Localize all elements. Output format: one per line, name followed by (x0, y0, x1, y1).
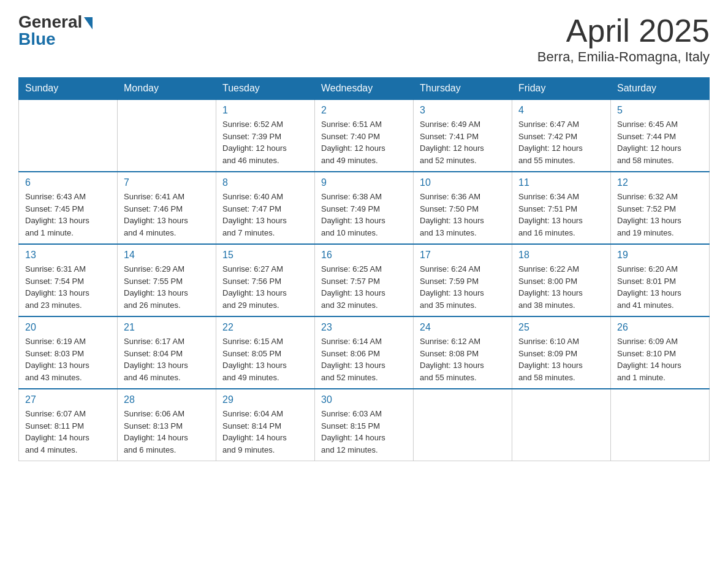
day-info: Sunrise: 6:20 AM Sunset: 8:01 PM Dayligh… (617, 263, 703, 311)
calendar-cell: 6Sunrise: 6:43 AM Sunset: 7:45 PM Daylig… (19, 172, 118, 244)
day-info: Sunrise: 6:38 AM Sunset: 7:49 PM Dayligh… (321, 191, 407, 239)
day-number: 2 (321, 105, 407, 116)
day-info: Sunrise: 6:51 AM Sunset: 7:40 PM Dayligh… (321, 118, 407, 166)
calendar-cell: 12Sunrise: 6:32 AM Sunset: 7:52 PM Dayli… (611, 172, 710, 244)
day-number: 28 (124, 394, 210, 405)
day-info: Sunrise: 6:29 AM Sunset: 7:55 PM Dayligh… (124, 263, 210, 311)
day-info: Sunrise: 6:34 AM Sunset: 7:51 PM Dayligh… (518, 191, 604, 239)
day-number: 14 (124, 250, 210, 261)
logo-triangle-icon (84, 17, 93, 29)
calendar-cell: 9Sunrise: 6:38 AM Sunset: 7:49 PM Daylig… (315, 172, 414, 244)
calendar-cell: 1Sunrise: 6:52 AM Sunset: 7:39 PM Daylig… (216, 99, 315, 172)
day-number: 13 (25, 250, 111, 261)
day-number: 29 (222, 394, 308, 405)
calendar-cell: 23Sunrise: 6:14 AM Sunset: 8:06 PM Dayli… (315, 316, 414, 389)
day-info: Sunrise: 6:43 AM Sunset: 7:45 PM Dayligh… (25, 191, 111, 239)
calendar-cell: 7Sunrise: 6:41 AM Sunset: 7:46 PM Daylig… (118, 172, 216, 244)
calendar-cell: 11Sunrise: 6:34 AM Sunset: 7:51 PM Dayli… (512, 172, 611, 244)
calendar-cell: 16Sunrise: 6:25 AM Sunset: 7:57 PM Dayli… (315, 244, 414, 316)
day-info: Sunrise: 6:10 AM Sunset: 8:09 PM Dayligh… (518, 335, 604, 383)
day-number: 7 (124, 177, 210, 188)
day-info: Sunrise: 6:03 AM Sunset: 8:15 PM Dayligh… (321, 408, 407, 456)
day-info: Sunrise: 6:15 AM Sunset: 8:05 PM Dayligh… (222, 335, 308, 383)
calendar-cell: 15Sunrise: 6:27 AM Sunset: 7:56 PM Dayli… (216, 244, 315, 316)
day-number: 26 (617, 322, 703, 333)
calendar-cell (118, 99, 216, 172)
day-info: Sunrise: 6:27 AM Sunset: 7:56 PM Dayligh… (222, 263, 308, 311)
calendar-week-row: 6Sunrise: 6:43 AM Sunset: 7:45 PM Daylig… (19, 172, 710, 244)
title-section: April 2025 Berra, Emilia-Romagna, Italy (537, 12, 710, 65)
day-info: Sunrise: 6:17 AM Sunset: 8:04 PM Dayligh… (124, 335, 210, 383)
calendar-cell: 14Sunrise: 6:29 AM Sunset: 7:55 PM Dayli… (118, 244, 216, 316)
day-info: Sunrise: 6:52 AM Sunset: 7:39 PM Dayligh… (222, 118, 308, 166)
day-number: 15 (222, 250, 308, 261)
day-number: 27 (25, 394, 111, 405)
location-title: Berra, Emilia-Romagna, Italy (537, 49, 710, 65)
calendar-week-row: 27Sunrise: 6:07 AM Sunset: 8:11 PM Dayli… (19, 389, 710, 461)
day-info: Sunrise: 6:41 AM Sunset: 7:46 PM Dayligh… (124, 191, 210, 239)
day-number: 23 (321, 322, 407, 333)
day-number: 21 (124, 322, 210, 333)
day-number: 24 (420, 322, 506, 333)
calendar-cell: 21Sunrise: 6:17 AM Sunset: 8:04 PM Dayli… (118, 316, 216, 389)
calendar-cell: 4Sunrise: 6:47 AM Sunset: 7:42 PM Daylig… (512, 99, 611, 172)
calendar-cell: 26Sunrise: 6:09 AM Sunset: 8:10 PM Dayli… (611, 316, 710, 389)
day-number: 8 (222, 177, 308, 188)
calendar-cell (414, 389, 512, 461)
calendar-header-row: SundayMondayTuesdayWednesdayThursdayFrid… (19, 78, 710, 100)
day-info: Sunrise: 6:49 AM Sunset: 7:41 PM Dayligh… (420, 118, 506, 166)
day-number: 9 (321, 177, 407, 188)
day-info: Sunrise: 6:04 AM Sunset: 8:14 PM Dayligh… (222, 408, 308, 456)
calendar-cell: 10Sunrise: 6:36 AM Sunset: 7:50 PM Dayli… (414, 172, 512, 244)
day-info: Sunrise: 6:32 AM Sunset: 7:52 PM Dayligh… (617, 191, 703, 239)
calendar-cell: 2Sunrise: 6:51 AM Sunset: 7:40 PM Daylig… (315, 99, 414, 172)
calendar-week-row: 20Sunrise: 6:19 AM Sunset: 8:03 PM Dayli… (19, 316, 710, 389)
logo: General Blue (18, 12, 93, 49)
calendar-cell: 24Sunrise: 6:12 AM Sunset: 8:08 PM Dayli… (414, 316, 512, 389)
calendar-table: SundayMondayTuesdayWednesdayThursdayFrid… (18, 77, 710, 461)
day-number: 17 (420, 250, 506, 261)
day-of-week-header: Tuesday (216, 78, 315, 100)
day-of-week-header: Saturday (611, 78, 710, 100)
calendar-cell: 29Sunrise: 6:04 AM Sunset: 8:14 PM Dayli… (216, 389, 315, 461)
day-info: Sunrise: 6:25 AM Sunset: 7:57 PM Dayligh… (321, 263, 407, 311)
day-number: 22 (222, 322, 308, 333)
calendar-cell: 28Sunrise: 6:06 AM Sunset: 8:13 PM Dayli… (118, 389, 216, 461)
day-number: 19 (617, 250, 703, 261)
calendar-cell: 5Sunrise: 6:45 AM Sunset: 7:44 PM Daylig… (611, 99, 710, 172)
calendar-cell: 22Sunrise: 6:15 AM Sunset: 8:05 PM Dayli… (216, 316, 315, 389)
day-number: 11 (518, 177, 604, 188)
day-number: 3 (420, 105, 506, 116)
day-info: Sunrise: 6:14 AM Sunset: 8:06 PM Dayligh… (321, 335, 407, 383)
day-of-week-header: Monday (118, 78, 216, 100)
day-number: 12 (617, 177, 703, 188)
day-of-week-header: Friday (512, 78, 611, 100)
calendar-cell: 17Sunrise: 6:24 AM Sunset: 7:59 PM Dayli… (414, 244, 512, 316)
calendar-cell: 20Sunrise: 6:19 AM Sunset: 8:03 PM Dayli… (19, 316, 118, 389)
logo-blue-text: Blue (18, 29, 56, 49)
day-number: 6 (25, 177, 111, 188)
day-number: 25 (518, 322, 604, 333)
day-info: Sunrise: 6:47 AM Sunset: 7:42 PM Dayligh… (518, 118, 604, 166)
calendar-week-row: 1Sunrise: 6:52 AM Sunset: 7:39 PM Daylig… (19, 99, 710, 172)
day-number: 1 (222, 105, 308, 116)
calendar-cell: 27Sunrise: 6:07 AM Sunset: 8:11 PM Dayli… (19, 389, 118, 461)
calendar-cell: 19Sunrise: 6:20 AM Sunset: 8:01 PM Dayli… (611, 244, 710, 316)
calendar-cell: 3Sunrise: 6:49 AM Sunset: 7:41 PM Daylig… (414, 99, 512, 172)
calendar-cell: 18Sunrise: 6:22 AM Sunset: 8:00 PM Dayli… (512, 244, 611, 316)
day-info: Sunrise: 6:31 AM Sunset: 7:54 PM Dayligh… (25, 263, 111, 311)
calendar-cell: 30Sunrise: 6:03 AM Sunset: 8:15 PM Dayli… (315, 389, 414, 461)
day-number: 4 (518, 105, 604, 116)
calendar-cell (611, 389, 710, 461)
calendar-cell (19, 99, 118, 172)
day-number: 16 (321, 250, 407, 261)
calendar-cell: 13Sunrise: 6:31 AM Sunset: 7:54 PM Dayli… (19, 244, 118, 316)
day-info: Sunrise: 6:09 AM Sunset: 8:10 PM Dayligh… (617, 335, 703, 383)
day-number: 10 (420, 177, 506, 188)
calendar-cell: 25Sunrise: 6:10 AM Sunset: 8:09 PM Dayli… (512, 316, 611, 389)
day-info: Sunrise: 6:45 AM Sunset: 7:44 PM Dayligh… (617, 118, 703, 166)
month-title: April 2025 (537, 12, 710, 49)
calendar-week-row: 13Sunrise: 6:31 AM Sunset: 7:54 PM Dayli… (19, 244, 710, 316)
day-info: Sunrise: 6:07 AM Sunset: 8:11 PM Dayligh… (25, 408, 111, 456)
calendar-cell (512, 389, 611, 461)
